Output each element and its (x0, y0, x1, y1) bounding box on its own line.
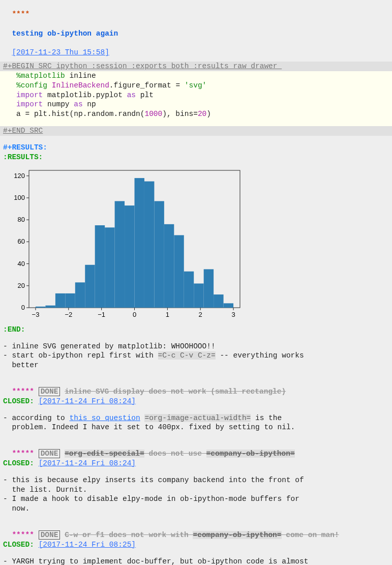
org-stars: **** (12, 10, 29, 18)
svg-text:0: 0 (21, 304, 25, 311)
svg-text:2: 2 (199, 311, 202, 318)
list-item-cont: now. (0, 504, 392, 514)
so-link[interactable]: this so question (70, 414, 140, 422)
svg-text:3: 3 (231, 311, 235, 318)
svg-text:−2: −2 (65, 311, 72, 318)
svg-rect-40 (144, 181, 154, 307)
svg-text:−1: −1 (98, 311, 105, 318)
closed-timestamp[interactable]: [2017-11-24 Fri 08:25] (39, 541, 136, 549)
closed-line: CLOSED: [2017-11-24 Fri 08:24] (0, 397, 392, 406)
src-line[interactable]: %config InlineBackend.figure_format = 's… (0, 81, 392, 91)
svg-rect-47 (214, 294, 223, 308)
list-item-cont: better (0, 361, 392, 370)
code-inline: =C-c C-v C-z= (158, 351, 216, 360)
svg-rect-43 (174, 235, 184, 308)
svg-rect-36 (105, 227, 114, 308)
src-line[interactable]: a = plt.hist(np.random.randn(1000), bins… (0, 109, 392, 119)
svg-rect-38 (125, 205, 134, 308)
svg-rect-48 (224, 303, 233, 308)
results-header: #+RESULTS: (0, 143, 392, 153)
src-line[interactable]: import matplotlib.pyplot as plt (0, 91, 392, 100)
svg-rect-33 (75, 282, 85, 308)
list-item: - YARGH trying to implement doc-buffer, … (0, 557, 392, 565)
heading-sub: ***** DONE inline SVG display does not w… (0, 377, 392, 397)
svg-rect-42 (164, 224, 174, 307)
closed-timestamp[interactable]: [2017-11-24 Fri 08:24] (39, 397, 136, 405)
list-item-cont: problem. Indeed I have it set to 400px. … (0, 423, 392, 432)
svg-text:120: 120 (14, 171, 25, 179)
src-begin: #+BEGIN_SRC ipython :session :exports bo… (0, 62, 392, 71)
svg-text:0: 0 (133, 311, 136, 318)
todo-done: DONE (39, 387, 61, 396)
svg-text:100: 100 (14, 194, 25, 201)
src-line[interactable]: import numpy as np (0, 100, 392, 109)
svg-rect-41 (154, 201, 164, 308)
closed-line: CLOSED: [2017-11-24 Fri 08:25] (0, 540, 392, 550)
closed-timestamp[interactable]: [2017-11-24 Fri 08:24] (39, 459, 136, 467)
svg-rect-37 (115, 201, 125, 308)
todo-done: DONE (39, 449, 61, 458)
results-drawer-open: :RESULTS: (0, 153, 392, 162)
results-drawer-close: :END: (0, 325, 392, 335)
svg-text:20: 20 (18, 281, 25, 289)
heading-main: **** testing ob-ipython again [2017-11-2… (0, 0, 392, 57)
svg-text:40: 40 (18, 259, 25, 267)
svg-text:60: 60 (18, 237, 25, 245)
list-item: - according to this so question =org-ima… (0, 413, 392, 423)
svg-text:1: 1 (166, 311, 169, 318)
svg-rect-46 (204, 269, 214, 308)
svg-text:80: 80 (18, 216, 25, 223)
svg-rect-34 (85, 264, 95, 307)
heading-timestamp[interactable]: [2017-11-23 Thu 15:58] (12, 48, 109, 56)
svg-rect-35 (95, 225, 105, 308)
src-end: #+END_SRC (0, 126, 392, 136)
svg-rect-29 (36, 306, 45, 307)
svg-rect-44 (184, 271, 194, 307)
svg-rect-39 (135, 178, 144, 308)
heading-sub: ***** DONE C-w or f1 does not work with … (0, 521, 392, 540)
svg-rect-30 (45, 305, 55, 307)
svg-rect-45 (194, 283, 203, 308)
svg-rect-32 (65, 293, 75, 308)
histogram-chart: 020406080100120−3−2−10123 (6, 165, 245, 323)
list-item: - I made a hook to disable elpy-mode in … (0, 494, 392, 504)
closed-line: CLOSED: [2017-11-24 Fri 08:24] (0, 459, 392, 468)
list-item-cont: the list. Durnit. (0, 485, 392, 495)
list-item: - this is because elpy inserts its compa… (0, 475, 392, 485)
heading-title: testing ob-ipython again (12, 29, 118, 38)
heading-sub: ***** DONE =org-edit-special= does not u… (0, 439, 392, 459)
todo-done: DONE (39, 530, 61, 540)
list-item: - inline SVG generated by matplotlib: WH… (0, 342, 392, 351)
src-line[interactable]: %matplotlib inline (0, 71, 392, 81)
svg-text:−3: −3 (32, 311, 40, 318)
svg-rect-31 (55, 293, 65, 308)
list-item: - start ob-ipython repl first with =C-c … (0, 351, 392, 361)
